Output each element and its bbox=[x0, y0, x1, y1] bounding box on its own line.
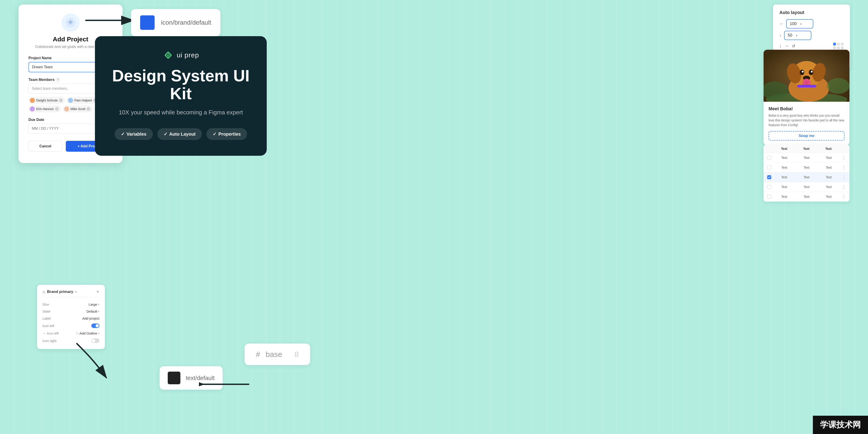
prop-label-label: Label bbox=[42, 316, 51, 320]
table-header-cell-2: Text bbox=[797, 147, 815, 151]
brand-primary-header: ◇ Brand primary ▾ ✦ bbox=[42, 289, 99, 297]
row2-cell-1: Text bbox=[775, 166, 794, 169]
width-input-box[interactable]: 100 ▾ bbox=[786, 19, 813, 29]
brand-logo-icon bbox=[66, 18, 75, 28]
base8-box: # base 8 bbox=[245, 344, 310, 365]
arrow-right-icon: → bbox=[784, 43, 789, 49]
auto-layout-title: Auto layout bbox=[779, 10, 844, 15]
tag-label-dwight: Dwight Schrute bbox=[36, 98, 58, 102]
row2-more-button[interactable]: ⋮ bbox=[842, 165, 846, 170]
row5-checkbox[interactable] bbox=[767, 195, 771, 199]
svg-point-15 bbox=[809, 70, 813, 75]
row5-more-button[interactable]: ⋮ bbox=[842, 194, 846, 199]
grid-dot bbox=[837, 46, 840, 49]
height-input-row: ↕ 50 ▾ bbox=[779, 31, 844, 40]
remove-dwight-button[interactable]: ✕ bbox=[59, 98, 63, 102]
check-icon-autolayout: ✓ bbox=[164, 131, 167, 137]
badge-label-variables: Variables bbox=[127, 131, 147, 137]
icon-brand-default-box: icon/brand/default bbox=[131, 9, 220, 36]
table-row-3-checked: Text Text Text ⋮ bbox=[764, 173, 849, 182]
svg-point-16 bbox=[802, 71, 804, 72]
base-text: base bbox=[266, 350, 282, 359]
row4-cell-3: Text bbox=[819, 185, 838, 189]
team-tag-dwight[interactable]: Dwight Schrute ✕ bbox=[29, 97, 65, 104]
prop-label-state: State bbox=[42, 309, 51, 313]
settings-icon[interactable]: ✦ bbox=[96, 289, 99, 294]
icon-left-toggle[interactable] bbox=[91, 323, 99, 328]
hero-subtitle: 10X your speed while becoming a Figma ex… bbox=[108, 108, 253, 117]
help-icon: ? bbox=[56, 78, 60, 82]
prop-row-icon-left-sub: → Icon left ◇ Add Outline ▾ bbox=[42, 330, 99, 337]
row3-checkbox-checked[interactable] bbox=[767, 175, 771, 179]
card-logo bbox=[61, 13, 80, 32]
prop-value-size[interactable]: Large ▾ bbox=[89, 303, 99, 306]
hero-badges: ✓ Variables ✓ Auto Layout ✓ Properties bbox=[108, 128, 253, 140]
text-default-color-swatch bbox=[168, 372, 180, 384]
icon-brand-label: icon/brand/default bbox=[161, 19, 211, 26]
arrow-down-icon: ↓ bbox=[779, 43, 781, 49]
row1-checkbox[interactable] bbox=[767, 156, 771, 160]
table-row-5: Text Text Text ⋮ bbox=[764, 192, 849, 202]
team-tag-mike[interactable]: Mike Scott ✕ bbox=[63, 105, 92, 112]
team-tag-erin[interactable]: Erin Hannon ✕ bbox=[29, 105, 61, 112]
width-value: 100 bbox=[790, 22, 797, 26]
check-icon-variables: ✓ bbox=[121, 131, 125, 137]
grid-dots bbox=[833, 43, 844, 49]
table-header-cell-1: Text bbox=[775, 147, 794, 151]
svg-rect-21 bbox=[797, 85, 816, 88]
prop-value-icon-left-sub[interactable]: ◇ Add Outline ▾ bbox=[76, 331, 99, 335]
row2-checkbox[interactable] bbox=[767, 165, 771, 169]
svg-point-23 bbox=[813, 92, 823, 98]
row5-cell-2: Text bbox=[797, 195, 816, 198]
row3-cell-3: Text bbox=[819, 176, 838, 179]
width-input-row: ↔ 100 ▾ bbox=[779, 19, 844, 29]
grid-dot bbox=[841, 43, 844, 45]
tag-label-pam: Pam Halpert bbox=[74, 98, 92, 102]
prop-row-icon-left: Icon left bbox=[42, 322, 99, 330]
row4-more-button[interactable]: ⋮ bbox=[842, 184, 846, 189]
check-icon-properties: ✓ bbox=[213, 131, 217, 137]
width-dropdown-icon: ▾ bbox=[800, 22, 802, 26]
prop-value-label: Add project bbox=[82, 316, 99, 320]
prop-label-size: Size bbox=[42, 303, 49, 306]
height-value: 50 bbox=[788, 33, 792, 38]
diamond-icon: ◇ bbox=[42, 290, 45, 294]
badge-label-autolayout: Auto Layout bbox=[169, 131, 196, 137]
avatar-pam bbox=[68, 98, 73, 103]
remove-mike-button[interactable]: ✕ bbox=[87, 107, 90, 111]
table-header-row: Text Text Text bbox=[764, 145, 849, 153]
dropdown-arrow-icon: ▾ bbox=[75, 290, 76, 293]
hero-logo-text: ui prep bbox=[177, 51, 199, 59]
team-tag-pam[interactable]: Pam Halpert ✕ bbox=[67, 97, 99, 104]
height-input-box[interactable]: 50 ▾ bbox=[784, 31, 811, 40]
prop-value-state[interactable]: Default ▾ bbox=[86, 309, 99, 313]
row3-cell-1: Text bbox=[775, 176, 794, 179]
prop-label-icon-left: Icon left bbox=[42, 324, 55, 328]
grid-dot bbox=[837, 43, 840, 45]
avatar-dwight bbox=[30, 98, 35, 103]
outline-diamond-icon: ◇ bbox=[76, 331, 79, 335]
dog-description: Boba is a very good boy who thinks you y… bbox=[769, 113, 844, 127]
table-row-4: Text Text Text ⋮ bbox=[764, 182, 849, 192]
tag-label-erin: Erin Hannon bbox=[36, 107, 54, 111]
table-row-1: Text Text Text ⋮ bbox=[764, 153, 849, 163]
hero-logo: ui prep bbox=[108, 50, 253, 61]
remove-erin-button[interactable]: ✕ bbox=[55, 107, 59, 111]
row5-cell-1: Text bbox=[775, 195, 794, 198]
uiprep-logo-icon bbox=[163, 50, 174, 61]
arrow-to-text-default bbox=[199, 375, 253, 393]
height-dropdown-icon: ▾ bbox=[796, 34, 798, 37]
row4-checkbox[interactable] bbox=[767, 185, 771, 189]
row1-more-button[interactable]: ⋮ bbox=[842, 155, 846, 160]
hero-card: ui prep Design System UI Kit 10X your sp… bbox=[95, 36, 267, 156]
swap-button[interactable]: Swap me bbox=[769, 131, 844, 141]
hero-badge-properties: ✓ Properties bbox=[206, 128, 247, 140]
svg-point-22 bbox=[794, 92, 804, 98]
row1-cell-1: Text bbox=[775, 156, 794, 160]
row3-more-button[interactable]: ⋮ bbox=[842, 175, 846, 180]
cancel-button[interactable]: Cancel bbox=[29, 141, 62, 152]
tag-label-mike: Mike Scott bbox=[70, 107, 85, 111]
table-header-cell-3: Text bbox=[819, 147, 838, 151]
grid-dot bbox=[841, 46, 844, 49]
row5-cell-3: Text bbox=[819, 195, 838, 198]
